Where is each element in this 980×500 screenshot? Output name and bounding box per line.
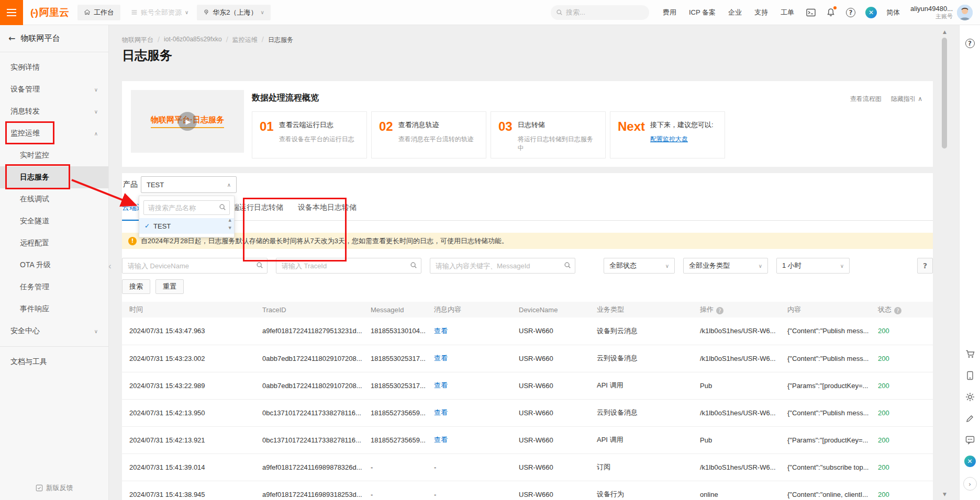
search-button[interactable]: 搜索 [122, 279, 150, 294]
settings-gear-icon[interactable] [964, 391, 976, 403]
x-app-icon[interactable]: ✕ [964, 456, 976, 467]
mobile-app-icon[interactable] [964, 370, 976, 381]
sidebar-item-事件响应[interactable]: 事件响应 [0, 298, 108, 320]
scroll-down-icon[interactable]: ▼ [943, 492, 946, 497]
product-option[interactable]: ✓ TEST [139, 218, 234, 234]
topbar-menu-item[interactable]: ICP 备案 [689, 8, 716, 17]
sidebar-item-任务管理[interactable]: 任务管理 [0, 276, 108, 298]
alibaba-cloud-logo[interactable]: (-) 阿里云 [30, 6, 69, 19]
reset-button[interactable]: 重置 [155, 279, 184, 294]
table-cell: 1818553130104... [363, 317, 427, 345]
status-select[interactable]: 全部状态 ∨ [604, 258, 675, 274]
topbar-menu-item[interactable]: 支持 [754, 8, 768, 17]
table-cell: 2024/07/31 15:42:13.950 [122, 399, 255, 426]
table-cell: 0abb7edb17224118029107208... [255, 372, 363, 399]
notifications-bell-icon[interactable] [826, 7, 836, 18]
view-link[interactable]: 查看 [434, 408, 448, 416]
sidebar-item-在线调试[interactable]: 在线调试 [0, 188, 108, 210]
view-link[interactable]: 查看 [434, 327, 448, 335]
logo-bracket-mark: (-) [30, 7, 37, 18]
table-cell: 云到设备消息 [589, 345, 693, 372]
tab-设备本地日志转储[interactable]: 设备本地日志转储 [298, 203, 357, 220]
step-title: 查看消息轨迹 [398, 120, 474, 130]
region-selector[interactable]: 华东2（上海） ∨ [197, 5, 271, 20]
edit-pencil-icon[interactable] [964, 413, 976, 424]
sidebar-item-安全中心[interactable]: 安全中心 ∨ [0, 320, 108, 342]
intro-video-thumbnail[interactable]: 物联网平台·日志服务 ▶ [131, 90, 244, 153]
user-account[interactable]: aliyun49480... 主账号 [910, 5, 973, 20]
chevron-up-icon: ∧ [227, 182, 231, 188]
message-content-cell: - [427, 481, 511, 500]
status-cell: 200 [871, 345, 933, 372]
table-cell: 2024/07/31 15:42:13.921 [122, 426, 255, 453]
help-icon[interactable]: ? [845, 7, 856, 18]
workbench-button[interactable]: 工作台 [77, 5, 120, 20]
table-cell: a9fef01817224116989318253d... [255, 481, 363, 500]
filter-help-button[interactable]: ? [917, 258, 933, 274]
sidebar-item-实例详情[interactable]: 实例详情 [0, 56, 108, 78]
table-cell: 2024/07/31 15:43:22.989 [122, 372, 255, 399]
scroll-up-icon[interactable]: ▲ [943, 29, 946, 35]
sidebar-item-设备管理[interactable]: 设备管理 ∨ [0, 78, 108, 100]
cart-icon[interactable] [964, 348, 976, 360]
biz-type-select[interactable]: 全部业务类型 ∨ [683, 258, 768, 274]
topbar-menu-item[interactable]: 企业 [728, 8, 742, 17]
scrollbar-thumb[interactable] [942, 38, 947, 149]
help-icon[interactable]: ? [894, 307, 901, 314]
feedback-button[interactable]: 新版反馈 [0, 483, 108, 493]
account-resources-selector[interactable]: 账号全部资源 ∨ [131, 8, 188, 17]
list-scroll-arrows[interactable]: ▲ ▼ [229, 219, 231, 230]
topbar-menu-item[interactable]: 工单 [781, 8, 794, 17]
view-link[interactable]: 查看 [434, 381, 448, 389]
breadcrumb-item[interactable]: iot-06z00a85s29fxko [164, 36, 222, 44]
global-search-input[interactable] [566, 8, 634, 16]
sidebar-title: 物联网平台 [20, 33, 60, 43]
table-cell: USR-W660 [511, 481, 589, 500]
page-help-icon[interactable]: ? [964, 38, 976, 49]
breadcrumb-item[interactable]: 物联网平台 [122, 36, 153, 44]
topbar-menu-item[interactable]: 费用 [663, 8, 676, 17]
language-switch[interactable]: 简体 [886, 8, 900, 17]
help-icon[interactable]: ? [716, 307, 723, 314]
sidebar-item-日志服务[interactable]: 日志服务 [0, 166, 108, 188]
table-row: 2024/07/31 15:43:22.9890abb7edb172241180… [122, 372, 933, 399]
trace-id-input[interactable] [276, 258, 421, 274]
table-cell: /k1lb0oS1hes/USR-W6... [693, 317, 780, 345]
table-cell: Pub [693, 426, 780, 453]
breadcrumb-item[interactable]: 监控运维 [232, 36, 258, 44]
cloudshell-terminal-icon[interactable] [806, 7, 816, 18]
sidebar-item-消息转发[interactable]: 消息转发 ∨ [0, 100, 108, 122]
sidebar-item-OTA 升级[interactable]: OTA 升级 [0, 254, 108, 276]
sidebar-item-监控运维[interactable]: 监控运维 ∧ [0, 122, 108, 144]
configure-dashboard-link[interactable]: 配置监控大盘 [650, 135, 714, 144]
sidebar-item-远程配置[interactable]: 远程配置 [0, 232, 108, 254]
view-flowchart-link[interactable]: 查看流程图 [850, 95, 882, 104]
device-name-input[interactable] [122, 258, 268, 274]
view-link[interactable]: 查看 [434, 436, 448, 444]
x-app-icon[interactable]: ✕ [865, 7, 877, 18]
sidebar-item-文档与工具[interactable]: 文档与工具 [0, 351, 108, 373]
hamburger-menu-icon[interactable] [0, 0, 23, 25]
sidebar-back-header[interactable]: ← 物联网平台 [0, 25, 108, 52]
step-description: 查看设备在平台的运行日志 [279, 135, 354, 144]
sidebar-item-实时监控[interactable]: 实时监控 [0, 144, 108, 166]
hide-guide-link[interactable]: 隐藏指引 ∧ [891, 95, 922, 104]
overview-card: 物联网平台·日志服务 ▶ 数据处理流程概览 查看流程图 隐藏指引 ∧ 01 查看… [122, 81, 933, 167]
product-select[interactable]: TEST ∧ [141, 176, 237, 193]
table-cell: USR-W660 [511, 317, 589, 345]
table-cell: {"Params":"[productKey=... [780, 372, 871, 399]
global-search[interactable] [551, 5, 649, 20]
view-link[interactable]: 查看 [434, 354, 448, 362]
trace-id-filter [276, 258, 421, 274]
time-range-select[interactable]: 1 小时 ∨ [776, 258, 850, 274]
keyword-input[interactable] [430, 258, 575, 274]
sidebar-item-安全隧道[interactable]: 安全隧道 [0, 210, 108, 232]
table-cell: 1818553025317... [363, 345, 427, 372]
product-search-input[interactable] [143, 200, 230, 215]
table-cell: /k1lb0oS1hes/USR-W6... [693, 453, 780, 481]
avatar[interactable] [957, 5, 973, 20]
chat-feedback-icon[interactable] [964, 434, 976, 446]
rail-expand-chevron-icon[interactable]: › [963, 477, 977, 491]
sidebar-collapse-handle[interactable]: ‹ [109, 260, 112, 271]
keyword-filter [430, 258, 575, 274]
